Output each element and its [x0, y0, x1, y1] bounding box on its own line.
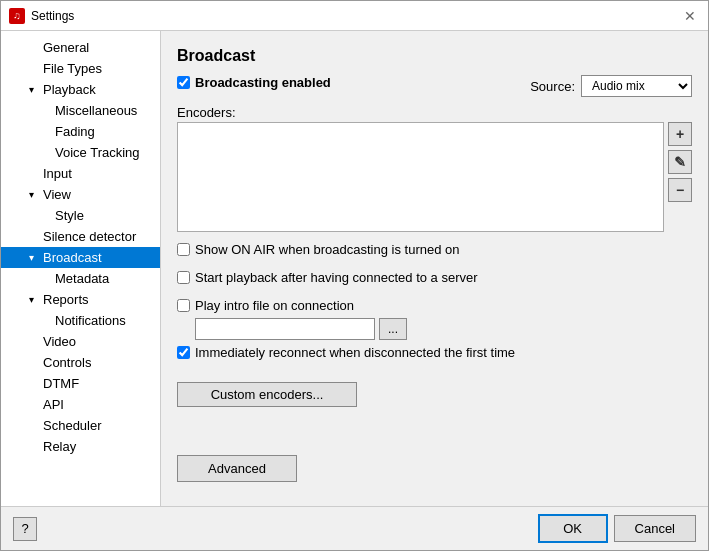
- cancel-button[interactable]: Cancel: [614, 515, 696, 542]
- sidebar-item-metadata[interactable]: Metadata: [1, 268, 160, 289]
- sidebar-item-video[interactable]: Video: [1, 331, 160, 352]
- sidebar-item-miscellaneous[interactable]: Miscellaneous: [1, 100, 160, 121]
- content-area: General File Types ▾ Playback Miscellane…: [1, 31, 708, 506]
- show-on-air-label[interactable]: Show ON AIR when broadcasting is turned …: [177, 242, 692, 257]
- options-section: Show ON AIR when broadcasting is turned …: [177, 242, 692, 368]
- play-intro-checkbox[interactable]: [177, 299, 190, 312]
- expand-view-icon: ▾: [29, 189, 41, 200]
- help-button[interactable]: ?: [13, 517, 37, 541]
- broadcasting-enabled-checkbox-label[interactable]: Broadcasting enabled: [177, 75, 331, 90]
- play-intro-label-text: Play intro file on connection: [195, 298, 354, 313]
- start-playback-text: Start playback after having connected to…: [195, 270, 478, 285]
- close-button[interactable]: ✕: [680, 6, 700, 26]
- expand-reports-icon: ▾: [29, 294, 41, 305]
- sidebar-item-view[interactable]: ▾ View: [1, 184, 160, 205]
- intro-file-input[interactable]: [195, 318, 375, 340]
- spacer: [177, 417, 692, 455]
- sidebar-item-api[interactable]: API: [1, 394, 160, 415]
- app-icon: ♫: [9, 8, 25, 24]
- sidebar-item-scheduler[interactable]: Scheduler: [1, 415, 160, 436]
- immediately-reconnect-text: Immediately reconnect when disconnected …: [195, 345, 515, 360]
- window-title: Settings: [31, 9, 680, 23]
- source-row: Source: Audio mix Microphone Line In: [530, 75, 692, 97]
- intro-file-row: ...: [195, 318, 692, 340]
- title-bar: ♫ Settings ✕: [1, 1, 708, 31]
- source-select[interactable]: Audio mix Microphone Line In: [581, 75, 692, 97]
- sidebar-item-reports[interactable]: ▾ Reports: [1, 289, 160, 310]
- settings-window: ♫ Settings ✕ General File Types ▾ Playba…: [0, 0, 709, 551]
- source-label: Source:: [530, 79, 575, 94]
- sidebar-item-general[interactable]: General: [1, 37, 160, 58]
- sidebar-item-file-types[interactable]: File Types: [1, 58, 160, 79]
- expand-playback-icon: ▾: [29, 84, 41, 95]
- panel-title: Broadcast: [177, 47, 692, 65]
- start-playback-checkbox[interactable]: [177, 271, 190, 284]
- immediately-reconnect-checkbox[interactable]: [177, 346, 190, 359]
- sidebar-item-style[interactable]: Style: [1, 205, 160, 226]
- start-playback-label[interactable]: Start playback after having connected to…: [177, 270, 692, 285]
- sidebar-item-dtmf[interactable]: DTMF: [1, 373, 160, 394]
- edit-encoder-button[interactable]: ✎: [668, 150, 692, 174]
- browse-button[interactable]: ...: [379, 318, 407, 340]
- broadcasting-enabled-checkbox[interactable]: [177, 76, 190, 89]
- remove-encoder-button[interactable]: −: [668, 178, 692, 202]
- play-intro-row: Play intro file on connection: [177, 298, 692, 313]
- sidebar-item-silence-detector[interactable]: Silence detector: [1, 226, 160, 247]
- sidebar-item-fading[interactable]: Fading: [1, 121, 160, 142]
- play-intro-checkbox-label[interactable]: Play intro file on connection: [177, 298, 354, 313]
- encoders-label: Encoders:: [177, 105, 692, 120]
- top-row: Broadcasting enabled Source: Audio mix M…: [177, 75, 692, 101]
- sidebar-item-controls[interactable]: Controls: [1, 352, 160, 373]
- sidebar-item-notifications[interactable]: Notifications: [1, 310, 160, 331]
- encoders-listbox[interactable]: [177, 122, 664, 232]
- sidebar-item-broadcast[interactable]: ▾ Broadcast: [1, 247, 160, 268]
- sidebar-item-relay[interactable]: Relay: [1, 436, 160, 457]
- add-encoder-button[interactable]: +: [668, 122, 692, 146]
- custom-encoders-button[interactable]: Custom encoders...: [177, 382, 357, 407]
- encoders-buttons: + ✎ −: [668, 122, 692, 232]
- sidebar-item-playback[interactable]: ▾ Playback: [1, 79, 160, 100]
- sidebar-item-input[interactable]: Input: [1, 163, 160, 184]
- immediately-reconnect-label[interactable]: Immediately reconnect when disconnected …: [177, 345, 692, 360]
- show-on-air-text: Show ON AIR when broadcasting is turned …: [195, 242, 459, 257]
- broadcasting-enabled-label: Broadcasting enabled: [195, 75, 331, 90]
- advanced-button[interactable]: Advanced: [177, 455, 297, 482]
- main-panel: Broadcast Broadcasting enabled Source: A…: [161, 31, 708, 506]
- sidebar-item-voice-tracking[interactable]: Voice Tracking: [1, 142, 160, 163]
- encoders-area: + ✎ −: [177, 122, 692, 232]
- show-on-air-checkbox[interactable]: [177, 243, 190, 256]
- bottom-bar: ? OK Cancel: [1, 506, 708, 550]
- expand-broadcast-icon: ▾: [29, 252, 41, 263]
- sidebar: General File Types ▾ Playback Miscellane…: [1, 31, 161, 506]
- ok-button[interactable]: OK: [538, 514, 608, 543]
